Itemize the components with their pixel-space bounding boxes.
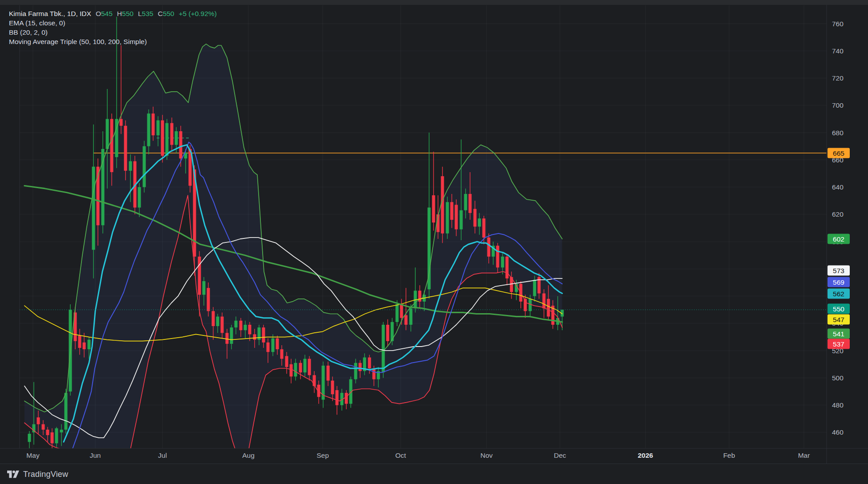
time-tick-label: 2026 <box>638 452 653 459</box>
svg-text:537: 537 <box>833 340 844 348</box>
tradingview-chart-window: 7607407207006806606406206005805605405205… <box>0 0 868 484</box>
time-tick-label: Jun <box>90 452 101 459</box>
price-tick-label: 500 <box>832 374 844 382</box>
candle[interactable] <box>441 167 444 243</box>
ohlc-low-value: 535 <box>142 10 154 17</box>
price-badge-602: 602 <box>827 234 850 244</box>
tradingview-logo[interactable]: TradingView <box>7 469 68 479</box>
candle[interactable] <box>161 115 164 162</box>
price-chart-canvas[interactable]: 7607407207006806606406206005805605405205… <box>0 0 868 484</box>
symbol-row[interactable]: Kimia Farma Tbk., 1D, IDXO545H550L535C55… <box>9 9 217 18</box>
ohlc-high-key: H <box>117 10 122 17</box>
svg-text:665: 665 <box>833 149 844 157</box>
svg-text:569: 569 <box>833 278 844 286</box>
symbol-title[interactable]: Kimia Farma Tbk., 1D, IDX <box>9 10 91 17</box>
price-badge-550: 550 <box>827 304 850 314</box>
ohlc-open-key: O <box>96 10 101 17</box>
time-tick-label: Dec <box>554 452 566 459</box>
time-tick-label: Oct <box>395 452 406 459</box>
price-badge-573: 573 <box>827 266 850 276</box>
ohlc-open-value: 545 <box>101 10 113 17</box>
ohlc-close-value: 550 <box>163 10 174 17</box>
indicator-row-ma-triple[interactable]: Moving Average Triple (50, 100, 200, Sim… <box>9 37 217 46</box>
candle[interactable] <box>446 197 449 239</box>
chart-legend: Kimia Farma Tbk., 1D, IDXO545H550L535C55… <box>9 9 217 46</box>
price-tick-label: 480 <box>832 401 844 409</box>
time-tick-label: May <box>26 452 40 459</box>
price-tick-label: 700 <box>832 101 844 109</box>
tradingview-logo-text: TradingView <box>23 470 68 479</box>
svg-text:573: 573 <box>833 267 844 274</box>
price-badge-541: 541 <box>827 329 850 339</box>
ohlc-low-key: L <box>138 10 142 17</box>
change-value: +5 (+0.92%) <box>179 10 217 17</box>
price-tick-label: 620 <box>832 210 844 218</box>
price-badge-569: 569 <box>827 277 850 287</box>
time-tick-label: Aug <box>242 452 255 459</box>
price-tick-label: 720 <box>832 74 844 82</box>
ohlc-high-value: 550 <box>122 10 134 17</box>
time-tick-label: Feb <box>723 452 735 459</box>
price-badge-547: 547 <box>827 315 850 325</box>
price-badge-537: 537 <box>827 339 850 349</box>
svg-text:541: 541 <box>833 330 844 338</box>
svg-text:562: 562 <box>833 290 844 298</box>
price-tick-label: 760 <box>832 20 844 28</box>
ohlc-close-key: C <box>158 10 162 17</box>
svg-text:550: 550 <box>833 305 844 313</box>
bottom-toolbar: TradingView <box>0 464 868 484</box>
time-tick-label: Sep <box>316 452 329 459</box>
time-tick-label: Nov <box>480 452 493 459</box>
time-tick-label: Mar <box>798 452 810 459</box>
indicator-row-ema[interactable]: EMA (15, close, 0) <box>9 18 217 28</box>
tradingview-logo-icon <box>7 469 19 479</box>
price-tick-label: 740 <box>832 47 844 55</box>
price-badge-665: 665 <box>827 148 850 158</box>
indicator-row-bb[interactable]: BB (20, 2, 0) <box>9 28 217 37</box>
svg-text:602: 602 <box>833 235 844 243</box>
price-badge-562: 562 <box>827 289 850 299</box>
svg-text:547: 547 <box>833 316 844 323</box>
candle[interactable] <box>143 141 146 192</box>
price-tick-label: 680 <box>832 129 844 137</box>
time-tick-label: Jul <box>158 452 167 459</box>
price-tick-label: 460 <box>832 428 844 436</box>
price-tick-label: 640 <box>832 183 844 191</box>
